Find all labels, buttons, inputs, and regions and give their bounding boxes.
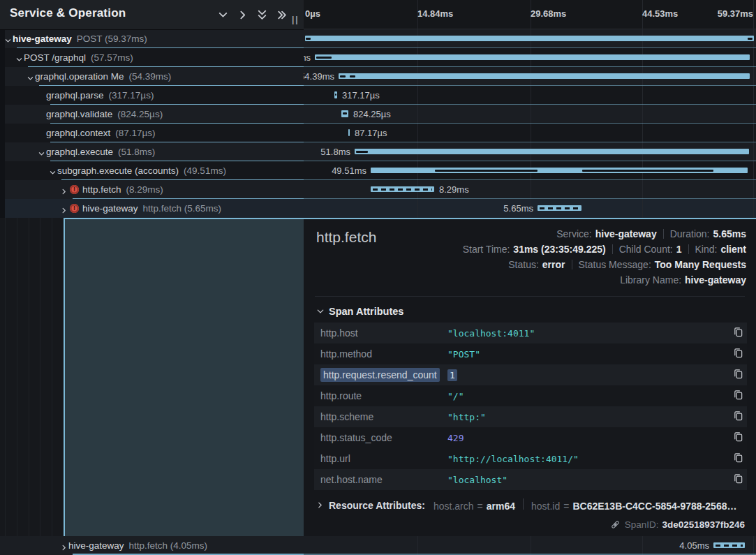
span-label-part: (87.17µs) (115, 128, 155, 138)
panel-resize-handle[interactable]: || (292, 15, 299, 24)
copy-icon[interactable] (729, 390, 747, 403)
span-label: http.fetch(8.29ms) (82, 180, 163, 199)
meta-label: Library Name: (620, 274, 681, 286)
span-label-part: (317.17µs) (109, 90, 154, 101)
chevron-down-icon[interactable] (38, 148, 45, 156)
chevron-down-icon[interactable] (217, 9, 229, 21)
meta-separator (572, 260, 572, 269)
copy-icon[interactable] (729, 473, 747, 487)
span-tree-row[interactable]: hive-gatewayhttp.fetch (4.05ms) (0, 536, 304, 555)
attribute-value: "localhost:4011" (447, 328, 729, 339)
meta-separator (688, 244, 689, 254)
chevron-down-icon[interactable] (15, 54, 23, 61)
span-tree-row[interactable]: graphql.operation Me(54.39ms) (0, 67, 304, 86)
copy-icon[interactable] (729, 369, 747, 382)
chevron-right-icon[interactable] (60, 205, 68, 212)
span-timeline-lane[interactable] (304, 29, 756, 48)
span-duration-bar[interactable] (305, 36, 754, 41)
chevron-down-icon (316, 307, 325, 316)
child-span-dashes (716, 545, 743, 547)
span-duration-bar[interactable] (315, 54, 750, 60)
meta-label: Status: (508, 259, 539, 270)
span-attributes-toggle[interactable]: Span Attributes (316, 306, 403, 317)
span-label: graphql.operation Me(54.39ms) (35, 67, 171, 86)
span-tree-row[interactable]: subgraph.execute (accounts)(49.51ms) (0, 161, 304, 180)
double-chevron-down-icon[interactable] (256, 9, 268, 21)
equals-sign: = (563, 501, 569, 512)
span-tree-row[interactable]: !hive-gatewayhttp.fetch (5.65ms) (0, 199, 304, 218)
span-duration-bar[interactable] (355, 149, 749, 154)
chevron-down-icon[interactable] (49, 167, 57, 175)
span-timeline-lane[interactable]: 51.8ms (304, 142, 756, 161)
chevron-right-icon[interactable] (60, 542, 68, 549)
chevron-down-icon[interactable] (27, 73, 34, 80)
meta-label: Status Message: (579, 259, 651, 270)
span-duration-bar[interactable] (339, 73, 750, 79)
span-meta-line: Library Name:hive-gateway (463, 272, 746, 288)
span-duration-bar[interactable] (371, 186, 434, 192)
meta-value: Too Many Requests (655, 259, 746, 270)
span-timeline-lane[interactable]: 87.17µs (304, 124, 756, 142)
meta-value: hive-gateway (595, 228, 657, 239)
resource-value: BC62E13B-C4CC-5854-9788-2568… (572, 501, 736, 512)
span-tree-row[interactable]: hive-gatewayPOST (59.37ms) (0, 29, 304, 48)
span-label-part: hive-gateway (68, 540, 124, 551)
span-label-part: subgraph.execute (accounts) (57, 165, 179, 176)
span-attributes-table: http.host"localhost:4011"http.method"POS… (314, 323, 747, 490)
span-id-value: 3de02518937fb246 (662, 519, 745, 530)
span-timeline-lane[interactable]: 317.17µs (304, 86, 756, 105)
span-timeline-lane[interactable]: 49.51ms (304, 161, 756, 180)
attribute-value: 429 (447, 433, 729, 443)
span-label-part: (54.39ms) (129, 71, 172, 82)
resource-attributes-toggle[interactable]: Resource Attributes: host.arch=arm64host… (316, 498, 736, 512)
span-label: graphql.execute(51.8ms) (46, 142, 155, 161)
span-duration-bar[interactable] (341, 110, 348, 117)
span-duration-bar[interactable] (538, 205, 581, 211)
span-label-part: (51.8ms) (118, 147, 155, 157)
meta-value: client (720, 244, 746, 255)
span-label-part: graphql.execute (46, 147, 113, 157)
copy-icon[interactable] (729, 327, 747, 340)
chevron-down-icon[interactable] (4, 35, 12, 43)
span-timeline-lane[interactable]: 54.39ms (304, 67, 756, 86)
span-timeline-lane[interactable]: 57.57ms (304, 48, 756, 67)
timeline-panel: 0µs14.84ms29.68ms44.53ms59.37ms 57.57ms5… (304, 0, 756, 555)
span-duration-bar[interactable] (348, 129, 350, 136)
timeline-ruler: 0µs14.84ms29.68ms44.53ms59.37ms (304, 0, 756, 29)
span-label-part: graphql.operation Me (35, 71, 124, 82)
copy-icon[interactable] (729, 348, 747, 361)
attribute-value: "http:" (447, 412, 729, 422)
copy-icon[interactable] (729, 452, 747, 466)
meta-value: 5.65ms (713, 228, 746, 239)
meta-separator (612, 244, 613, 254)
attribute-row: http.scheme"http:" (314, 406, 747, 427)
meta-label: Start Time: (463, 244, 510, 255)
resource-attributes-values: host.arch=arm64host.id=BC62E13B-C4CC-585… (433, 498, 737, 512)
copy-icon[interactable] (729, 431, 747, 445)
span-timeline-lane[interactable]: 4.05ms (304, 536, 756, 555)
span-tree-row[interactable]: graphql.validate(824.25µs) (0, 105, 304, 124)
span-tree-row[interactable]: POST /graphql(57.57ms) (0, 48, 304, 67)
chevron-right-icon[interactable] (237, 9, 249, 21)
span-tree-row[interactable]: !http.fetch(8.29ms) (0, 180, 304, 199)
link-icon[interactable] (610, 519, 621, 530)
span-timeline-lane[interactable]: 8.29ms (304, 180, 756, 199)
copy-icon[interactable] (729, 410, 747, 424)
chevron-right-icon[interactable] (60, 186, 68, 193)
double-chevron-right-icon[interactable] (276, 9, 288, 21)
meta-label: Duration: (670, 228, 710, 239)
span-duration-bar[interactable] (371, 168, 748, 173)
attribute-key: http.status_code (314, 432, 447, 443)
span-timeline-lane[interactable]: 5.65ms (304, 199, 756, 218)
lane-underline (304, 47, 756, 49)
span-timeline-lane[interactable]: 824.25µs (304, 105, 756, 124)
span-tree-row[interactable]: graphql.execute(51.8ms) (0, 142, 304, 161)
selected-text: 1 (447, 369, 457, 381)
span-duration-bar[interactable] (713, 542, 745, 548)
span-tree-row[interactable]: graphql.parse(317.17µs) (0, 86, 304, 105)
span-duration-bar[interactable] (334, 91, 337, 98)
meta-value: error (542, 259, 565, 270)
span-tree-row[interactable]: graphql.context(87.17µs) (0, 124, 304, 142)
span-label-part: http.fetch (5.65ms) (143, 203, 222, 214)
error-icon: ! (70, 204, 79, 213)
